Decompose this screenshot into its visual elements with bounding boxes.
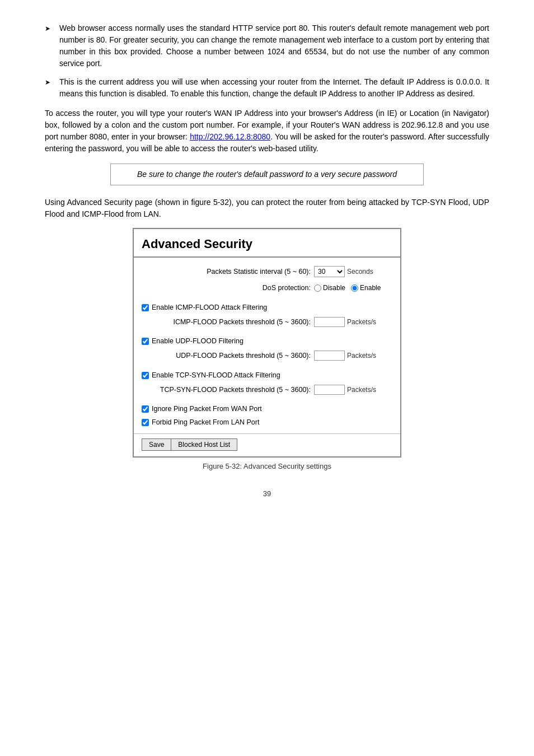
packets-select[interactable]: 30 5 60 bbox=[314, 266, 345, 277]
dos-disable-text: Disable bbox=[323, 283, 345, 293]
ignore-ping-wan-label: Ignore Ping Packet From WAN Port bbox=[152, 404, 262, 414]
bullet-text-2: This is the current address you will use… bbox=[59, 76, 489, 100]
forbid-ping-lan-row: Forbid Ping Packet From LAN Port bbox=[134, 416, 400, 429]
udp-checkbox-row: Enable UDP-FLOOD Filtering bbox=[134, 334, 400, 348]
section-intro-text: Using Advanced Security page (shown in f… bbox=[45, 198, 489, 218]
tcp-checkbox-label: Enable TCP-SYN-FLOOD Attack Filtering bbox=[152, 370, 280, 381]
udp-threshold-group: UDP-FLOOD Packets threshold (5 ~ 3600): … bbox=[134, 348, 400, 364]
dos-label: DoS protection: bbox=[142, 283, 311, 293]
udp-checkbox[interactable] bbox=[142, 338, 149, 345]
tcp-input[interactable]: 1002 bbox=[314, 385, 345, 395]
page-content: ➤ Web browser access normally uses the s… bbox=[45, 22, 489, 500]
bullet-section: ➤ Web browser access normally uses the s… bbox=[45, 22, 489, 100]
icmp-checkbox[interactable] bbox=[142, 304, 149, 311]
forbid-ping-lan-checkbox[interactable] bbox=[142, 419, 149, 426]
tcp-unit: Packets/s bbox=[347, 385, 376, 395]
ignore-ping-wan-checkbox[interactable] bbox=[142, 405, 149, 413]
udp-threshold-label: UDP-FLOOD Packets threshold (5 ~ 3600): bbox=[142, 351, 311, 361]
udp-control: 1001 Packets/s bbox=[314, 351, 392, 361]
icmp-threshold-label: ICMP-FLOOD Packets threshold (5 ~ 3600): bbox=[142, 317, 311, 328]
icmp-checkbox-row: Enable ICMP-FLOOD Attack Filtering bbox=[134, 301, 400, 314]
bullet-text-1: Web browser access normally uses the sta… bbox=[59, 22, 489, 69]
dos-enable-label[interactable]: Enable bbox=[351, 283, 381, 293]
bullet-item-1: ➤ Web browser access normally uses the s… bbox=[45, 22, 489, 69]
widget-wrapper: Advanced Security Packets Statistic inte… bbox=[45, 228, 489, 472]
advanced-security-title: Advanced Security bbox=[134, 229, 400, 258]
icmp-checkbox-label: Enable ICMP-FLOOD Attack Filtering bbox=[152, 302, 267, 313]
icmp-input[interactable]: 1000 bbox=[314, 317, 345, 327]
dos-disable-label[interactable]: Disable bbox=[314, 283, 345, 293]
dos-protection-group: DoS protection: Disable Enable bbox=[134, 280, 400, 296]
tcp-checkbox-row: Enable TCP-SYN-FLOOD Attack Filtering bbox=[134, 368, 400, 382]
bullet-arrow-1: ➤ bbox=[45, 24, 54, 69]
packets-statistic-group: Packets Statistic interval (5 ~ 60): 30 … bbox=[134, 263, 400, 280]
dos-enable-text: Enable bbox=[360, 283, 381, 293]
ignore-ping-wan-row: Ignore Ping Packet From WAN Port bbox=[134, 402, 400, 416]
udp-unit: Packets/s bbox=[347, 351, 376, 361]
advanced-security-box: Advanced Security Packets Statistic inte… bbox=[133, 228, 401, 458]
packets-control: 30 5 60 Seconds bbox=[314, 266, 392, 277]
packets-label: Packets Statistic interval (5 ~ 60): bbox=[142, 267, 311, 277]
dos-disable-radio[interactable] bbox=[314, 284, 321, 292]
tcp-checkbox[interactable] bbox=[142, 372, 149, 379]
button-row: Save Blocked Host List bbox=[134, 433, 400, 451]
bullet-item-2: ➤ This is the current address you will u… bbox=[45, 76, 489, 100]
udp-input[interactable]: 1001 bbox=[314, 351, 345, 361]
udp-checkbox-label: Enable UDP-FLOOD Filtering bbox=[152, 336, 243, 347]
dos-radio-group: Disable Enable bbox=[314, 283, 392, 293]
icmp-threshold-group: ICMP-FLOOD Packets threshold (5 ~ 3600):… bbox=[134, 314, 400, 330]
bullet-arrow-2: ➤ bbox=[45, 77, 54, 100]
tcp-control: 1002 Packets/s bbox=[314, 385, 392, 395]
tcp-threshold-group: TCP-SYN-FLOOD Packets threshold (5 ~ 360… bbox=[134, 382, 400, 398]
blocked-host-list-button[interactable]: Blocked Host List bbox=[171, 438, 237, 451]
icmp-unit: Packets/s bbox=[347, 317, 376, 327]
icmp-control: 1000 Packets/s bbox=[314, 317, 392, 327]
figure-caption: Figure 5-32: Advanced Security settings bbox=[203, 461, 331, 472]
forbid-ping-lan-label: Forbid Ping Packet From LAN Port bbox=[152, 417, 259, 428]
router-link[interactable]: http://202.96.12.8:8080 bbox=[190, 132, 270, 141]
packets-unit: Seconds bbox=[347, 267, 373, 277]
note-box: Be sure to change the router's default p… bbox=[110, 164, 424, 185]
tcp-threshold-label: TCP-SYN-FLOOD Packets threshold (5 ~ 360… bbox=[142, 385, 311, 395]
page-number: 39 bbox=[45, 488, 489, 500]
save-button[interactable]: Save bbox=[142, 438, 171, 451]
main-paragraph: To access the router, you will type your… bbox=[45, 108, 489, 155]
section-intro: Using Advanced Security page (shown in f… bbox=[45, 197, 489, 220]
dos-enable-radio[interactable] bbox=[351, 284, 358, 292]
note-text: Be sure to change the router's default p… bbox=[137, 170, 397, 179]
